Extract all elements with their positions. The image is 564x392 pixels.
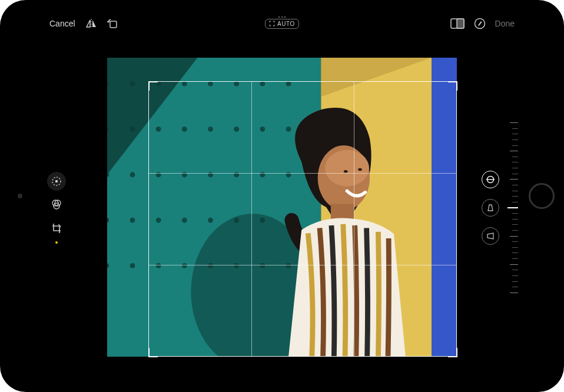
crop-tab-icon [51, 222, 62, 234]
dial-tick [512, 287, 518, 287]
dial-tick [512, 134, 518, 134]
svg-point-33 [234, 172, 239, 177]
svg-point-23 [182, 127, 187, 132]
dial-tick [512, 253, 518, 253]
auto-label: AUTO [277, 21, 295, 27]
svg-point-24 [208, 127, 213, 132]
ellipsis-icon [278, 16, 286, 18]
dial-tick [512, 247, 518, 248]
svg-marker-64 [488, 205, 493, 211]
svg-rect-1 [110, 21, 117, 28]
straighten-icon [486, 175, 495, 184]
filters-tab[interactable] [47, 195, 66, 214]
svg-rect-56 [432, 58, 457, 357]
dial-tick [510, 236, 518, 237]
auto-enhance-button[interactable]: AUTO [265, 19, 299, 29]
ipad-frame: Cancel [0, 0, 564, 392]
svg-point-32 [208, 172, 213, 177]
crop-tab[interactable] [47, 219, 66, 238]
svg-point-37 [130, 218, 135, 223]
photo-image [107, 58, 457, 357]
horizontal-perspective-icon [486, 232, 495, 240]
dial-tick [512, 162, 518, 162]
straighten-button[interactable] [482, 171, 499, 188]
dial-center-indicator-icon [507, 207, 518, 208]
svg-point-31 [182, 172, 187, 177]
markup-icon [474, 18, 486, 29]
rotate-icon [107, 18, 119, 29]
dial-tick [512, 145, 518, 146]
flip-horizontal-button[interactable] [85, 18, 98, 29]
dial-tick [510, 264, 518, 265]
adjust-tab-icon [51, 176, 62, 187]
dial-tick [512, 174, 518, 174]
svg-point-27 [286, 127, 291, 132]
svg-point-39 [182, 218, 187, 223]
dial-tick [512, 230, 518, 231]
dial-tick [512, 196, 518, 197]
filters-tab-icon [51, 199, 62, 211]
vertical-perspective-button[interactable] [482, 199, 499, 217]
dial-tick [512, 202, 518, 202]
angle-dial[interactable] [505, 122, 518, 293]
svg-point-35 [286, 172, 291, 177]
active-tab-indicator-icon [55, 241, 58, 244]
dial-tick [512, 275, 518, 276]
dial-tick [512, 213, 518, 214]
dial-tick [510, 151, 518, 151]
svg-point-58 [325, 150, 369, 187]
viewfinder-icon [269, 21, 275, 26]
svg-point-19 [286, 81, 291, 87]
svg-point-45 [130, 263, 135, 268]
screen: Cancel [42, 12, 522, 380]
edit-canvas [42, 35, 522, 380]
dial-tick [512, 157, 518, 157]
geometry-controls [482, 171, 499, 245]
dial-tick [512, 185, 518, 185]
dial-tick [510, 293, 518, 293]
dial-tick [512, 241, 518, 242]
svg-point-6 [55, 180, 58, 182]
dial-tick [510, 179, 518, 180]
adjust-tab[interactable] [47, 172, 66, 191]
svg-point-18 [260, 81, 265, 87]
front-camera-icon [18, 194, 22, 198]
dial-tick [512, 168, 518, 168]
svg-point-26 [260, 127, 265, 132]
svg-point-60 [358, 168, 362, 171]
horizontal-perspective-button[interactable] [482, 227, 499, 245]
dial-tick [512, 139, 518, 140]
cancel-button[interactable]: Cancel [49, 19, 75, 28]
photo-viewport[interactable] [107, 58, 457, 357]
dial-tick [512, 191, 518, 191]
dial-tick [512, 219, 518, 220]
svg-marker-65 [487, 233, 493, 239]
svg-point-40 [208, 218, 213, 223]
svg-point-25 [234, 127, 239, 132]
dial-tick [512, 258, 518, 259]
svg-point-22 [156, 127, 161, 132]
svg-point-30 [156, 172, 161, 177]
svg-point-47 [182, 263, 187, 268]
dial-tick [512, 224, 518, 225]
svg-point-38 [156, 218, 161, 223]
markup-button[interactable] [474, 18, 486, 29]
dial-tick [512, 128, 518, 129]
dial-tick [512, 270, 518, 270]
done-button[interactable]: Done [495, 19, 515, 28]
flip-horizontal-icon [85, 18, 98, 29]
home-button[interactable] [529, 183, 555, 209]
aspect-ratio-button[interactable] [450, 18, 465, 29]
rotate-button[interactable] [107, 18, 119, 29]
svg-point-34 [260, 172, 265, 177]
svg-point-17 [234, 81, 239, 87]
svg-point-16 [208, 81, 213, 87]
dial-tick [512, 281, 518, 282]
svg-rect-3 [457, 19, 464, 28]
dial-tick [510, 122, 518, 123]
aspect-ratio-icon [450, 18, 465, 29]
vertical-perspective-icon [486, 204, 495, 212]
svg-point-15 [182, 81, 187, 87]
top-toolbar: Cancel [42, 12, 522, 35]
svg-point-59 [344, 170, 348, 172]
